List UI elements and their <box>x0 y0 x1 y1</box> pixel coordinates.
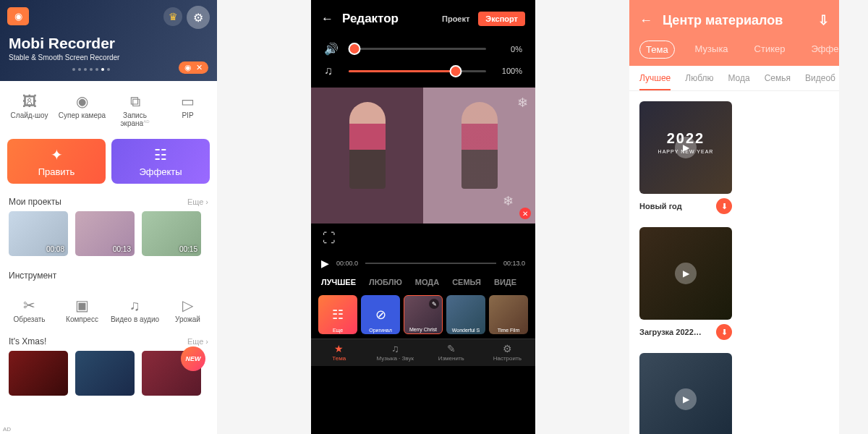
cat-music[interactable]: Музыка <box>689 41 734 59</box>
no-icon: ⊘ <box>375 307 386 323</box>
star-icon: ★ <box>311 342 367 355</box>
more-link[interactable]: Еще › <box>187 197 208 206</box>
time-end: 00:13.0 <box>503 260 525 267</box>
promo-banner[interactable]: ◉ ♛ ⚙ Mobi Recorder Stable & Smooth Scre… <box>0 0 217 81</box>
banner-title: Mobi Recorder <box>9 35 115 52</box>
xmas-row: NEW <box>0 351 217 396</box>
material-card[interactable]: ▶ Загрузка 2022…⬇ <box>639 227 732 344</box>
fx-merry-christmas[interactable]: ✎Merry Christ <box>404 295 443 334</box>
tools-header: Инструмент <box>0 263 217 285</box>
seek-track[interactable] <box>365 263 496 264</box>
crop-icon: ▷ <box>161 295 214 315</box>
download-icon[interactable]: ⇩ <box>818 12 829 28</box>
sub-videoblog[interactable]: Видеоб <box>805 73 835 83</box>
export-button[interactable]: Экспорт <box>478 12 525 26</box>
sub-family[interactable]: Семья <box>765 73 791 83</box>
video-volume-slider[interactable]: 🔊 0% <box>311 38 535 60</box>
camera-icon: ◉ <box>56 91 109 111</box>
project-thumb[interactable]: 00:08 <box>9 211 68 256</box>
editor-screen: ← Редактор Проект Экспорт 🔊 0% ♫ 100% ✕ … <box>311 0 535 434</box>
nav-settings[interactable]: ⚙Настроить <box>480 342 536 362</box>
wand-icon: ✦ <box>51 146 63 163</box>
tool-crop[interactable]: ▷Урожай <box>161 295 214 323</box>
shop-icon: ☷ <box>332 307 344 323</box>
crown-icon[interactable]: ♛ <box>163 7 182 26</box>
tab-video[interactable]: ВИДЕ <box>494 278 516 286</box>
compress-icon: ▣ <box>56 295 109 315</box>
video-preview[interactable]: ✕ <box>311 88 535 224</box>
xmas-card[interactable]: NEW <box>142 351 201 396</box>
sub-fashion[interactable]: Мода <box>728 73 749 83</box>
tab-fashion[interactable]: МОДА <box>415 278 439 286</box>
fx-wonderful[interactable]: Wonderful S <box>446 295 485 334</box>
play-icon: ▶ <box>675 388 697 410</box>
fx-original[interactable]: ⊘Оригинал <box>361 295 400 334</box>
tool-pip[interactable]: ▭PIP <box>161 91 214 127</box>
music-volume-slider[interactable]: ♫ 100% <box>311 60 535 82</box>
materials-screen: ← Центр материалов ⇩ Тема Музыка Стикер … <box>629 0 839 434</box>
tab-love[interactable]: ЛЮБЛЮ <box>369 278 402 286</box>
app-logo-icon: ◉ <box>7 7 29 25</box>
xmas-header: It's Xmas! Еще › <box>0 329 217 351</box>
fx-time-film[interactable]: Time Film <box>489 295 528 334</box>
edit-icon: ✎ <box>429 299 439 309</box>
tool-grid: 🖼Слайд-шоу ◉Супер камера ⧉Запись экранаA… <box>0 81 217 133</box>
cat-sticker[interactable]: Стикер <box>749 41 791 59</box>
projects-header: Мои проекты Еще › <box>0 190 217 211</box>
material-card[interactable]: ▶ Merry Christmas＋ <box>639 353 732 434</box>
sub-best[interactable]: Лучшее <box>639 73 671 83</box>
gear-icon[interactable]: ⚙ <box>187 6 210 29</box>
tool-slideshow[interactable]: 🖼Слайд-шоу <box>3 91 56 127</box>
theme-tabs: ЛУЧШЕЕ ЛЮБЛЮ МОДА СЕМЬЯ ВИДЕ <box>311 273 535 291</box>
back-icon[interactable]: ← <box>639 13 652 28</box>
subcategory-tabs: Лучшее Люблю Мода Семья Видеоб <box>629 66 839 91</box>
nav-edit[interactable]: ✎Изменить <box>423 342 480 362</box>
play-icon: ▶ <box>675 263 697 284</box>
projects-row: 00:08 00:13 00:15 <box>0 211 217 263</box>
project-button[interactable]: Проект <box>442 14 469 23</box>
sub-love[interactable]: Люблю <box>685 73 713 83</box>
more-link[interactable]: Еще › <box>187 337 208 346</box>
project-thumb[interactable]: 00:15 <box>142 211 201 256</box>
tool-trim[interactable]: ✂Обрезать <box>3 295 56 323</box>
tool-super-camera[interactable]: ◉Супер камера <box>56 91 109 127</box>
project-thumb[interactable]: 00:13 <box>75 211 135 256</box>
back-icon[interactable]: ← <box>321 12 333 26</box>
ad-label: AD <box>3 426 11 433</box>
pip-icon: ▭ <box>161 91 214 111</box>
tab-best[interactable]: ЛУЧШЕЕ <box>321 278 356 286</box>
main-actions: ✦Править ☷Эффекты <box>0 133 217 190</box>
gear-icon: ⚙ <box>480 342 536 355</box>
record-icon: ⧉ <box>109 91 161 111</box>
cat-theme[interactable]: Тема <box>639 41 675 59</box>
tool-screen-record[interactable]: ⧉Запись экранаAD <box>109 91 161 127</box>
shop-icon: ☷ <box>154 146 167 163</box>
fullscreen-icon[interactable]: ⛶ <box>311 224 535 253</box>
camera-icon: ◉ <box>184 63 192 72</box>
bottom-nav: ★Тема ♫Музыка · Звук ✎Изменить ⚙Настроит… <box>311 339 535 366</box>
banner-actions[interactable]: ◉ ✕ <box>179 61 208 74</box>
materials-grid: 2022HAPPY NEW YEAR▶ Новый год⬇ ▶ Загрузк… <box>629 91 839 434</box>
pager-dots <box>72 68 110 71</box>
nav-theme[interactable]: ★Тема <box>311 342 367 362</box>
material-card[interactable]: 2022HAPPY NEW YEAR▶ Новый год⬇ <box>639 101 732 218</box>
play-icon[interactable]: ▶ <box>321 258 329 269</box>
tool-compress[interactable]: ▣Компресс <box>56 295 109 323</box>
materials-title: Центр материалов <box>663 13 783 28</box>
materials-header: ← Центр материалов ⇩ <box>629 0 839 41</box>
xmas-card[interactable] <box>9 351 68 396</box>
edit-button[interactable]: ✦Править <box>7 139 106 184</box>
tool-video-audio[interactable]: ♫Видео в аудио <box>109 295 161 323</box>
effects-button[interactable]: ☷Эффекты <box>111 139 210 184</box>
download-button[interactable]: ⬇ <box>716 324 732 340</box>
download-button[interactable]: ⬇ <box>716 198 732 214</box>
close-icon[interactable]: ✕ <box>519 208 531 219</box>
xmas-card[interactable] <box>75 351 135 396</box>
nav-music[interactable]: ♫Музыка · Звук <box>367 342 424 362</box>
scissors-icon: ✂ <box>3 295 56 315</box>
cat-effect[interactable]: Эффект <box>806 41 840 59</box>
fx-more[interactable]: ☷Еще <box>318 295 357 334</box>
playback-bar: ▶ 00:00.0 00:13.0 <box>311 253 535 273</box>
new-badge: NEW <box>181 346 205 371</box>
tab-family[interactable]: СЕМЬЯ <box>452 278 481 286</box>
